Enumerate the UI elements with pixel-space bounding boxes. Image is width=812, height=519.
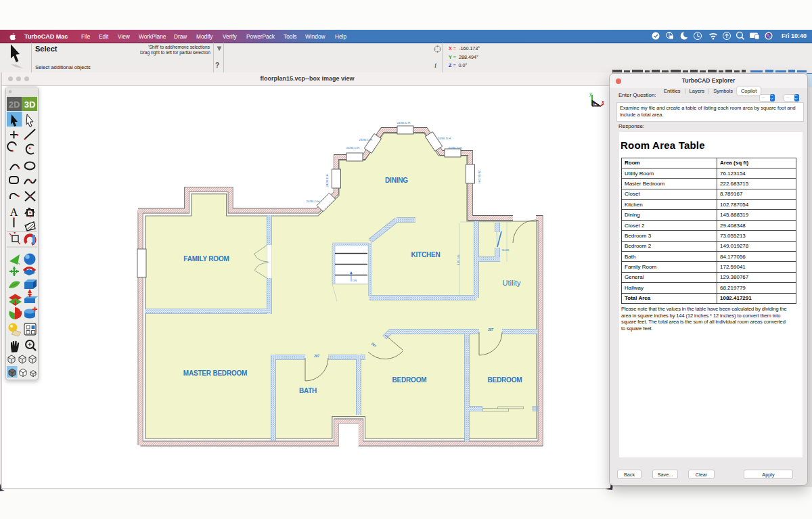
svg-text:KITCHEN: KITCHEN <box>411 251 440 258</box>
svg-text:24/36 D.H.: 24/36 D.H. <box>325 173 329 187</box>
svg-text:A: A <box>10 206 18 218</box>
svg-text:105.745: 105.745 <box>457 254 460 265</box>
svg-text:3D: 3D <box>24 99 36 110</box>
svg-text:BEDROOM: BEDROOM <box>392 376 427 384</box>
svg-text:24/36 D.H.: 24/36 D.H. <box>438 137 452 140</box>
svg-text:24/36 D.H.: 24/36 D.H. <box>307 200 321 203</box>
svg-text:207: 207 <box>313 355 319 358</box>
svg-text:24/36 D.H.: 24/36 D.H. <box>478 171 481 185</box>
svg-text:287: 287 <box>487 328 493 332</box>
svg-text:FAMILY ROOM: FAMILY ROOM <box>183 255 229 263</box>
svg-text:DN: DN <box>353 279 357 282</box>
svg-text:96.081: 96.081 <box>502 249 510 252</box>
svg-text:24/36 D.H.: 24/36 D.H. <box>359 138 374 141</box>
svg-text:x: x <box>601 99 605 104</box>
svg-text:BATH: BATH <box>299 387 317 394</box>
svg-text:MASTER BEDROOM: MASTER BEDROOM <box>183 369 247 377</box>
svg-text:24/36 D.H.: 24/36 D.H. <box>346 146 361 150</box>
svg-text:2D: 2D <box>9 99 20 110</box>
svg-text:BEDROOM: BEDROOM <box>488 376 522 384</box>
svg-text:24/36 D.H.: 24/36 D.H. <box>449 146 463 150</box>
svg-text:24/36 D.H.: 24/36 D.H. <box>397 121 411 125</box>
svg-text:DINING: DINING <box>385 177 408 184</box>
svg-text:Utility: Utility <box>503 279 521 287</box>
